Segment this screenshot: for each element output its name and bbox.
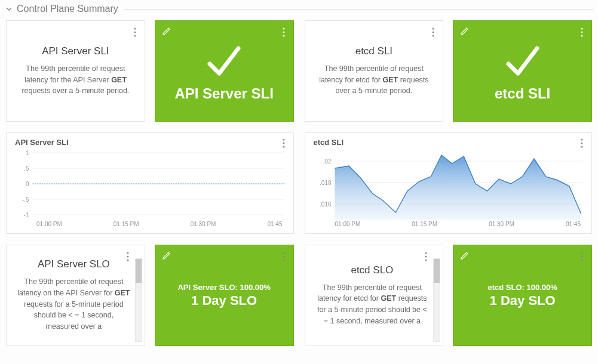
chart-title: etcd SLI bbox=[314, 138, 584, 147]
etcd-slo-info-card: etcd SLO The 99th percentile of request … bbox=[305, 245, 444, 346]
edit-icon[interactable] bbox=[459, 26, 470, 36]
etcd-sli-chart: etcd SLI .02 .018 .016 bbox=[305, 132, 593, 234]
svg-point-5 bbox=[283, 35, 284, 37]
svg-point-12 bbox=[283, 139, 284, 141]
row1-left-pair: API Server SLI The 99th percentile of re… bbox=[6, 20, 294, 122]
status-label: API Server SLI bbox=[174, 85, 273, 102]
slo-percentage: API Server SLO: 100.00% bbox=[177, 283, 270, 292]
card-description: The 99th percentile of request latency f… bbox=[316, 282, 429, 327]
svg-point-42 bbox=[425, 256, 427, 258]
svg-point-43 bbox=[425, 260, 427, 261]
svg-point-6 bbox=[433, 28, 434, 30]
chevron-down-icon bbox=[5, 5, 13, 13]
api-server-slo-status-tile: API Server SLO: 100.00% 1 Day SLO bbox=[155, 245, 294, 346]
more-menu-icon[interactable] bbox=[427, 24, 439, 40]
card-title: etcd SLI bbox=[355, 45, 392, 57]
more-menu-icon[interactable] bbox=[420, 249, 432, 264]
svg-point-8 bbox=[433, 35, 434, 37]
section-title: Control Plane Summary bbox=[17, 4, 118, 14]
slo-percentage: etcd SLO: 100.00% bbox=[487, 283, 557, 292]
svg-point-37 bbox=[127, 260, 128, 261]
svg-text:0: 0 bbox=[26, 181, 29, 187]
svg-point-38 bbox=[283, 252, 284, 254]
scrollbar[interactable] bbox=[135, 258, 142, 342]
checkmark-icon bbox=[501, 40, 544, 83]
svg-point-9 bbox=[581, 28, 583, 30]
svg-point-1 bbox=[134, 32, 136, 33]
svg-text:-1: -1 bbox=[24, 212, 29, 218]
more-menu-icon[interactable] bbox=[122, 249, 134, 264]
api-server-sli-chart: API Server SLI 1 .5 0 -.5 -1 01:00 PM 01… bbox=[6, 132, 294, 234]
svg-point-2 bbox=[134, 35, 136, 37]
chart-plot-area: .02 .018 .016 bbox=[314, 148, 584, 220]
svg-point-11 bbox=[581, 35, 583, 37]
svg-point-7 bbox=[433, 32, 434, 33]
card-title: API Server SLO bbox=[38, 258, 110, 270]
svg-point-26 bbox=[581, 139, 583, 141]
svg-point-36 bbox=[127, 256, 128, 258]
svg-point-45 bbox=[581, 256, 583, 258]
etcd-sli-status-tile: etcd SLI bbox=[453, 20, 592, 122]
divider bbox=[124, 9, 593, 10]
etcd-slo-status-tile: etcd SLO: 100.00% 1 Day SLO bbox=[453, 245, 592, 346]
svg-point-10 bbox=[581, 32, 583, 33]
card-title: etcd SLO bbox=[351, 264, 393, 276]
api-server-sli-status-tile: API Server SLI bbox=[155, 20, 294, 122]
checkmark-icon bbox=[203, 40, 246, 83]
svg-point-3 bbox=[283, 28, 284, 30]
chart-x-labels: 01:00 PM 01:15 PM 01:30 PM 01:45 bbox=[15, 220, 285, 231]
edit-icon[interactable] bbox=[161, 250, 172, 261]
svg-text:.016: .016 bbox=[320, 201, 332, 208]
svg-text:.018: .018 bbox=[320, 180, 332, 186]
row1-right-pair: etcd SLI The 99th percentile of request … bbox=[305, 20, 593, 122]
row3-right-pair: etcd SLO The 99th percentile of request … bbox=[305, 245, 593, 346]
svg-point-13 bbox=[283, 143, 284, 144]
slo-period: 1 Day SLO bbox=[490, 293, 556, 309]
svg-text:.02: .02 bbox=[323, 158, 331, 165]
card-title: API Server SLI bbox=[42, 45, 109, 57]
svg-point-40 bbox=[283, 260, 284, 261]
card-description: The 99th percentile of request latency f… bbox=[316, 63, 433, 97]
card-description: The 99th percentile of request latency o… bbox=[17, 276, 130, 332]
more-menu-icon[interactable] bbox=[576, 24, 588, 40]
chart-plot-area: 1 .5 0 -.5 -1 bbox=[15, 148, 285, 220]
card-description: The 99th percentile of request latency f… bbox=[17, 63, 134, 97]
svg-point-39 bbox=[283, 256, 284, 258]
scrollbar[interactable] bbox=[433, 258, 440, 342]
more-menu-icon[interactable] bbox=[278, 249, 290, 264]
row3-left-pair: API Server SLO The 99th percentile of re… bbox=[6, 245, 294, 346]
svg-point-27 bbox=[581, 143, 583, 144]
svg-text:1: 1 bbox=[26, 150, 29, 156]
svg-point-41 bbox=[425, 252, 427, 254]
svg-point-35 bbox=[127, 252, 128, 254]
api-server-sli-info-card: API Server SLI The 99th percentile of re… bbox=[6, 20, 145, 122]
svg-text:.5: .5 bbox=[24, 165, 29, 172]
more-menu-icon[interactable] bbox=[278, 24, 290, 40]
svg-point-0 bbox=[134, 28, 136, 30]
slo-period: 1 Day SLO bbox=[191, 293, 257, 309]
etcd-sli-info-card: etcd SLI The 99th percentile of request … bbox=[305, 20, 444, 122]
svg-point-4 bbox=[283, 32, 284, 33]
svg-text:-.5: -.5 bbox=[22, 196, 29, 203]
section-header[interactable]: Control Plane Summary bbox=[0, 0, 598, 20]
more-menu-icon[interactable] bbox=[576, 249, 588, 264]
more-menu-icon[interactable] bbox=[129, 24, 141, 40]
svg-point-44 bbox=[581, 252, 583, 254]
api-server-slo-info-card: API Server SLO The 99th percentile of re… bbox=[6, 245, 145, 346]
svg-point-46 bbox=[581, 260, 583, 261]
chart-x-labels: 01:00 PM 01:15 PM 01:30 PM 01:45 bbox=[314, 220, 584, 231]
chart-title: API Server SLI bbox=[15, 138, 285, 147]
status-label: etcd SLI bbox=[495, 85, 550, 102]
edit-icon[interactable] bbox=[459, 250, 470, 261]
edit-icon[interactable] bbox=[161, 26, 172, 36]
